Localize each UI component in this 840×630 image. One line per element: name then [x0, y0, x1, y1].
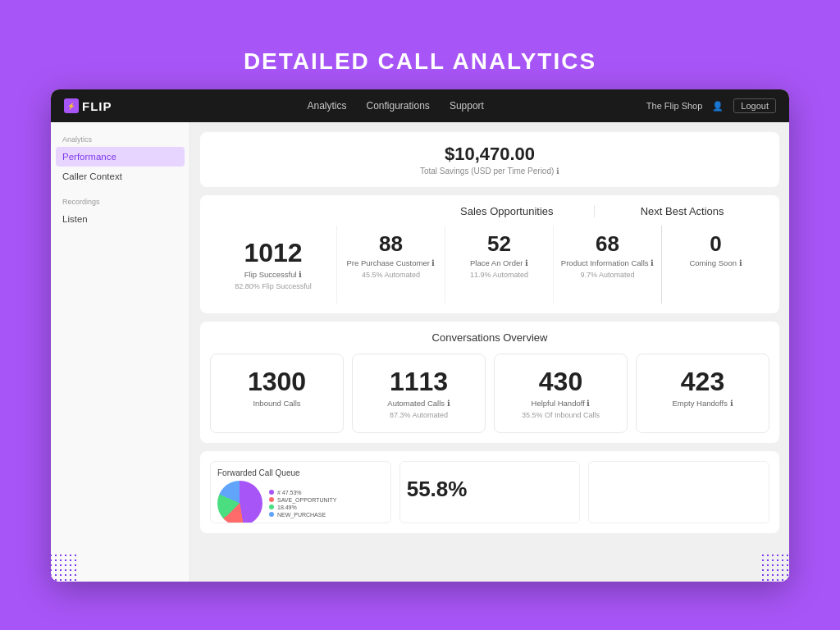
- place-order-sub: 11.9% Automated: [452, 271, 546, 279]
- product-info-sub: 9.7% Automated: [560, 271, 655, 279]
- sidebar: Analytics Performance Caller Context Rec…: [51, 122, 190, 582]
- sales-metrics-row: 1012 Flip Successful ℹ 82.80% Flip Succe…: [210, 226, 769, 304]
- metric-pre-purchase: 88 Pre Purchase Customer ℹ 45.5% Automat…: [337, 226, 445, 304]
- conversations-title: Conversations Overview: [210, 331, 769, 344]
- logout-button[interactable]: Logout: [733, 98, 776, 113]
- empty-chart-box: [588, 461, 769, 523]
- product-info-number: 68: [560, 232, 655, 256]
- legend-dot-0: [269, 490, 274, 495]
- legend-dot-2: [269, 504, 274, 509]
- nav-configurations[interactable]: Configurations: [366, 100, 429, 112]
- conversations-section: Conversations Overview 1300 Inbound Call…: [200, 322, 779, 443]
- chart-title: Forwarded Call Queue: [217, 468, 384, 477]
- sidebar-recordings-label: Recordings: [51, 194, 189, 209]
- savings-card: $10,470.00 Total Savings (USD per Time P…: [200, 132, 779, 187]
- legend-label-2: 18.49%: [277, 504, 297, 510]
- sales-opportunities-title: Sales Opportunities: [419, 205, 594, 217]
- empty-handoffs-label: Empty Handoffs ℹ: [645, 399, 760, 408]
- nav-links: Analytics Configurations Support: [145, 100, 646, 112]
- metric-place-order: 52 Place An Order ℹ 11.9% Automated: [445, 226, 554, 304]
- helpful-handoff-label: Helpful Handoff ℹ: [503, 399, 619, 408]
- metric-product-info: 68 Product Information Calls ℹ 9.7% Auto…: [554, 226, 662, 304]
- logo-icon: ⚡: [64, 98, 79, 113]
- flip-successful-metric: 1012 Flip Successful ℹ 82.80% Flip Succe…: [210, 226, 337, 304]
- metric-coming-soon: 0 Coming Soon ℹ: [662, 226, 769, 304]
- page-title: DETAILED CALL ANALYTICS: [244, 48, 596, 75]
- sidebar-item-listen[interactable]: Listen: [51, 209, 189, 229]
- chart-section: Forwarded Call Queue # 47.53% SAVE_OPPOR…: [200, 451, 779, 533]
- pre-purchase-label: Pre Purchase Customer ℹ: [344, 258, 438, 267]
- savings-amount: $10,470.00: [212, 144, 768, 165]
- app-window: ⚡ FLIP Analytics Configurations Support …: [51, 89, 789, 582]
- sidebar-item-caller-context[interactable]: Caller Context: [51, 167, 189, 186]
- logo-text: FLIP: [82, 99, 112, 113]
- legend-label-3: NEW_PURCHASE: [277, 512, 326, 518]
- metric-automated-calls: 1113 Automated Calls ℹ 87.3% Automated: [352, 354, 486, 433]
- legend-dot-3: [269, 512, 274, 517]
- shop-link[interactable]: The Flip Shop: [646, 101, 702, 111]
- user-icon: 👤: [712, 101, 724, 112]
- pie-legend: # 47.53% SAVE_OPPORTUNITY 18.49%: [269, 490, 336, 518]
- percent-chart-box: 55.8%: [399, 461, 581, 523]
- flip-successful-sub: 82.80% Flip Successful: [217, 282, 330, 290]
- legend-item-1: SAVE_OPPORTUNITY: [269, 497, 336, 503]
- coming-soon-label: Coming Soon ℹ: [669, 258, 763, 267]
- conversations-metrics: 1300 Inbound Calls 1113 Automated Calls …: [210, 354, 769, 433]
- metric-inbound-calls: 1300 Inbound Calls: [210, 354, 344, 433]
- pre-purchase-sub: 45.5% Automated: [344, 271, 438, 279]
- legend-item-0: # 47.53%: [269, 490, 336, 495]
- automated-calls-sub: 87.3% Automated: [361, 411, 477, 419]
- place-order-number: 52: [452, 232, 546, 256]
- pie-visual: [217, 481, 262, 523]
- legend-label-1: SAVE_OPPORTUNITY: [277, 497, 336, 503]
- helpful-handoff-sub: 35.5% Of Inbound Calls: [503, 411, 619, 419]
- sidebar-analytics-label: Analytics: [51, 132, 189, 147]
- big-percent: 55.8%: [407, 477, 573, 502]
- pre-purchase-number: 88: [344, 232, 438, 256]
- navbar: ⚡ FLIP Analytics Configurations Support …: [51, 89, 789, 122]
- forwarded-call-queue-chart: Forwarded Call Queue # 47.53% SAVE_OPPOR…: [210, 461, 391, 523]
- coming-soon-number: 0: [669, 232, 763, 256]
- flip-successful-number: 1012: [217, 239, 330, 267]
- sidebar-item-performance[interactable]: Performance: [56, 147, 185, 167]
- product-info-label: Product Information Calls ℹ: [560, 258, 655, 267]
- pie-chart: # 47.53% SAVE_OPPORTUNITY 18.49%: [217, 481, 384, 523]
- navbar-right: The Flip Shop 👤 Logout: [646, 98, 776, 113]
- flip-successful-label: Flip Successful ℹ: [217, 270, 330, 279]
- metric-helpful-handoff: 430 Helpful Handoff ℹ 35.5% Of Inbound C…: [494, 354, 628, 433]
- section-header: Sales Opportunities Next Best Actions: [210, 205, 769, 217]
- nav-support[interactable]: Support: [450, 100, 484, 112]
- legend-item-2: 18.49%: [269, 504, 336, 510]
- savings-label: Total Savings (USD per Time Period) ℹ: [212, 167, 768, 176]
- logo-area: ⚡ FLIP: [64, 98, 112, 113]
- content-area: $10,470.00 Total Savings (USD per Time P…: [190, 122, 789, 582]
- helpful-handoff-number: 430: [503, 368, 619, 396]
- sales-section: Sales Opportunities Next Best Actions 10…: [200, 195, 779, 313]
- empty-handoffs-number: 423: [645, 368, 760, 396]
- inbound-calls-number: 1300: [219, 368, 335, 396]
- automated-calls-number: 1113: [361, 368, 477, 396]
- inbound-calls-label: Inbound Calls: [219, 399, 335, 408]
- metric-empty-handoffs: 423 Empty Handoffs ℹ: [636, 354, 769, 433]
- nav-analytics[interactable]: Analytics: [307, 100, 346, 112]
- legend-dot-1: [269, 497, 274, 502]
- place-order-label: Place An Order ℹ: [452, 258, 546, 267]
- main-layout: Analytics Performance Caller Context Rec…: [51, 122, 789, 582]
- legend-item-3: NEW_PURCHASE: [269, 512, 336, 518]
- next-best-title: Next Best Actions: [595, 205, 769, 217]
- legend-label-0: # 47.53%: [277, 490, 302, 495]
- automated-calls-label: Automated Calls ℹ: [361, 399, 477, 408]
